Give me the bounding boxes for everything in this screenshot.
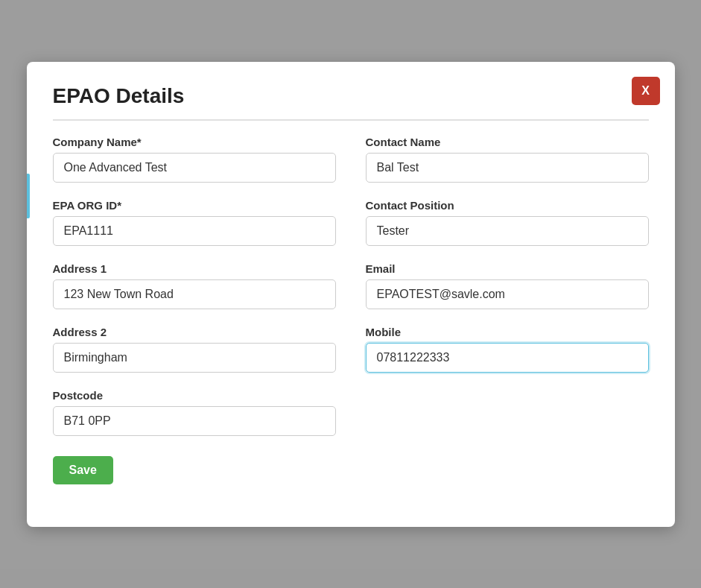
address1-label: Address 1 [53, 262, 336, 275]
company-name-group: Company Name* [53, 136, 336, 183]
email-group: Email [366, 262, 649, 309]
postcode-input[interactable] [53, 406, 336, 436]
left-accent-decoration [27, 174, 30, 218]
contact-position-input[interactable] [366, 216, 649, 246]
modal-overlay: EPAO Details X Company Name* EPA ORG ID*… [0, 0, 701, 588]
contact-name-label: Contact Name [366, 136, 649, 148]
contact-name-input[interactable] [366, 153, 649, 183]
contact-name-group: Contact Name [366, 136, 649, 183]
address2-group: Address 2 [53, 326, 336, 373]
address2-label: Address 2 [53, 326, 336, 338]
epa-org-id-group: EPA ORG ID* [53, 199, 336, 246]
contact-position-group: Contact Position [366, 199, 649, 246]
postcode-label: Postcode [53, 389, 336, 402]
company-name-input[interactable] [53, 153, 336, 183]
modal-title: EPAO Details [53, 84, 185, 108]
address2-input[interactable] [53, 343, 336, 373]
email-label: Email [366, 262, 649, 275]
company-name-label: Company Name* [53, 136, 336, 148]
mobile-group: Mobile [366, 326, 649, 373]
mobile-input[interactable] [366, 343, 649, 373]
epa-org-id-label: EPA ORG ID* [53, 199, 336, 212]
save-button[interactable]: Save [53, 456, 113, 484]
email-input[interactable] [366, 279, 649, 309]
address1-input[interactable] [53, 279, 336, 309]
postcode-group: Postcode [53, 389, 336, 436]
modal-header: EPAO Details X [53, 84, 649, 121]
epao-details-modal: EPAO Details X Company Name* EPA ORG ID*… [27, 62, 675, 527]
mobile-label: Mobile [366, 326, 649, 338]
address1-group: Address 1 [53, 262, 336, 309]
form-grid: Company Name* EPA ORG ID* Address 1 Addr… [53, 136, 649, 501]
contact-position-label: Contact Position [366, 199, 649, 212]
close-button[interactable]: X [632, 77, 660, 105]
save-group: Save [53, 452, 336, 484]
epa-org-id-input[interactable] [53, 216, 336, 246]
